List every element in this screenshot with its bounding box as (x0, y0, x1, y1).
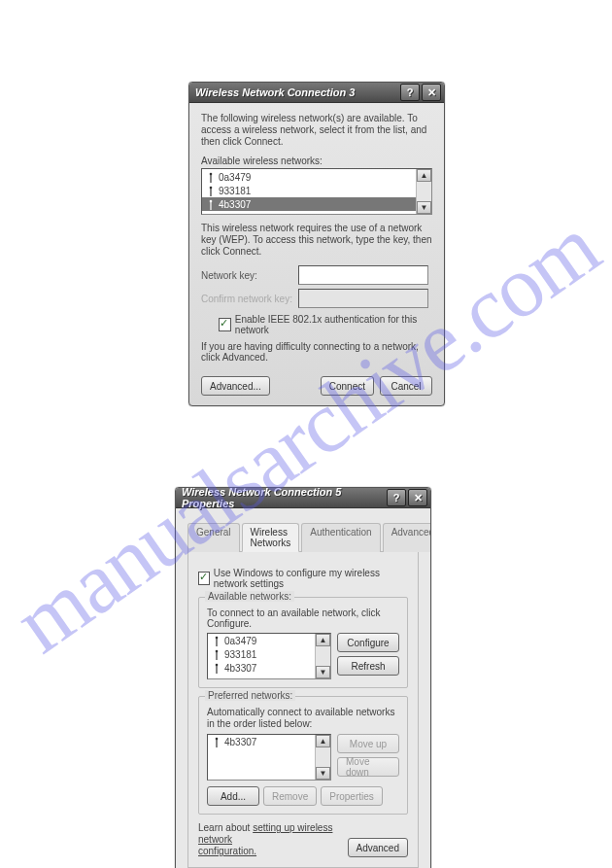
list-item-label: 4b3307 (224, 663, 256, 674)
network-key-input[interactable] (298, 265, 428, 285)
remove-button[interactable]: Remove (263, 786, 317, 806)
wireless-connect-dialog: Wireless Network Connection 3 ? ✕ The fo… (188, 82, 445, 406)
learn-link[interactable]: configuration. (198, 846, 256, 856)
list-item-label: 4b3307 (219, 199, 251, 210)
tab-strip: General Wireless Networks Authentication… (187, 522, 419, 552)
close-button[interactable]: ✕ (422, 84, 441, 101)
scroll-down-icon[interactable]: ▼ (316, 666, 330, 678)
dialog-title: Wireless Network Connection 3 (195, 87, 398, 98)
wep-text: This wireless network requires the use o… (201, 223, 432, 258)
list-item-label: 4b3307 (224, 737, 256, 747)
close-button[interactable]: ✕ (408, 489, 427, 506)
list-item[interactable]: 4b3307 (208, 661, 330, 675)
scrollbar[interactable]: ▲ ▼ (416, 169, 431, 214)
network-icon (206, 172, 215, 183)
list-item[interactable]: 0a3479 (202, 170, 431, 184)
move-down-button[interactable]: Move down (337, 757, 399, 777)
network-icon (206, 186, 215, 196)
tab-advanced[interactable]: Advanced (383, 523, 431, 552)
ieee-checkbox-label: Enable IEEE 802.1x authentication for th… (235, 314, 432, 335)
dialog-title: Wireless Network Connection 5 Properties (182, 487, 385, 509)
ieee-checkbox[interactable] (219, 318, 231, 331)
properties-button[interactable]: Properties (321, 786, 383, 806)
scrollbar[interactable]: ▲ ▼ (315, 634, 330, 678)
refresh-button[interactable]: Refresh (337, 656, 399, 676)
svg-point-7 (215, 636, 218, 639)
available-networks-list[interactable]: 0a3479 933181 4b3307 ▲ ▼ (201, 168, 432, 215)
network-icon (212, 737, 221, 747)
network-icon (212, 636, 221, 646)
tab-wireless-networks[interactable]: Wireless Networks (242, 523, 300, 552)
help-button[interactable]: ? (400, 84, 420, 101)
intro-text: The following wireless network(s) are av… (201, 113, 432, 148)
use-windows-label: Use Windows to configure my wireless net… (214, 568, 408, 589)
available-networks-list[interactable]: 0a3479 933181 4b3307 (207, 633, 331, 679)
scroll-up-icon[interactable]: ▲ (316, 634, 330, 646)
connect-button[interactable]: Connect (321, 376, 374, 396)
available-legend: Available networks: (205, 591, 294, 602)
advanced-button[interactable]: Advanced (348, 838, 408, 857)
difficulty-text: If you are having difficulty connecting … (201, 341, 432, 363)
network-icon (212, 649, 221, 660)
preferred-legend: Preferred networks: (205, 690, 295, 701)
list-item[interactable]: 933181 (208, 647, 330, 661)
available-networks-group: Available networks: To connect to an ava… (198, 597, 408, 688)
preferred-networks-group: Preferred networks: Automatically connec… (198, 696, 408, 815)
network-icon (212, 663, 221, 674)
add-button[interactable]: Add... (207, 786, 259, 806)
svg-point-9 (215, 649, 218, 652)
network-key-label: Network key: (201, 270, 298, 281)
list-item[interactable]: 933181 (202, 184, 431, 197)
scroll-up-icon[interactable]: ▲ (417, 169, 431, 182)
use-windows-checkbox[interactable] (198, 572, 210, 585)
available-networks-label: Available wireless networks: (201, 156, 432, 166)
confirm-key-label: Confirm network key: (201, 294, 298, 304)
preferred-networks-list[interactable]: 4b3307 ▲ ▼ (207, 734, 331, 781)
wireless-properties-dialog: Wireless Network Connection 5 Properties… (175, 487, 431, 868)
help-button[interactable]: ? (387, 489, 406, 506)
svg-point-5 (209, 199, 212, 202)
titlebar: Wireless Network Connection 3 ? ✕ (189, 83, 444, 103)
list-item[interactable]: 4b3307 (208, 735, 330, 748)
scroll-down-icon[interactable]: ▼ (417, 201, 431, 214)
scroll-down-icon[interactable]: ▼ (316, 767, 330, 780)
svg-point-11 (215, 663, 218, 666)
list-item[interactable]: 0a3479 (208, 634, 330, 647)
network-icon (206, 199, 215, 210)
titlebar: Wireless Network Connection 5 Properties… (176, 488, 430, 508)
scrollbar[interactable]: ▲ ▼ (315, 735, 330, 780)
list-item[interactable]: 4b3307 (202, 197, 431, 211)
scroll-up-icon[interactable]: ▲ (316, 735, 330, 747)
list-item-label: 933181 (224, 649, 256, 660)
configure-button[interactable]: Configure (337, 633, 399, 652)
list-item-label: 0a3479 (219, 172, 251, 183)
cancel-button[interactable]: Cancel (380, 376, 432, 396)
list-item-label: 0a3479 (224, 636, 256, 646)
preferred-hint: Automatically connect to available netwo… (207, 707, 399, 730)
list-item-label: 933181 (219, 186, 251, 196)
svg-point-13 (215, 737, 218, 740)
available-hint: To connect to an available network, clic… (207, 608, 399, 629)
tab-authentication[interactable]: Authentication (301, 523, 380, 552)
advanced-button[interactable]: Advanced... (201, 376, 270, 396)
move-up-button[interactable]: Move up (337, 734, 399, 753)
tab-general[interactable]: General (187, 523, 240, 552)
svg-point-1 (209, 172, 212, 175)
learn-prefix: Learn about (198, 822, 253, 833)
confirm-key-input[interactable] (298, 289, 428, 308)
svg-point-3 (209, 186, 212, 189)
